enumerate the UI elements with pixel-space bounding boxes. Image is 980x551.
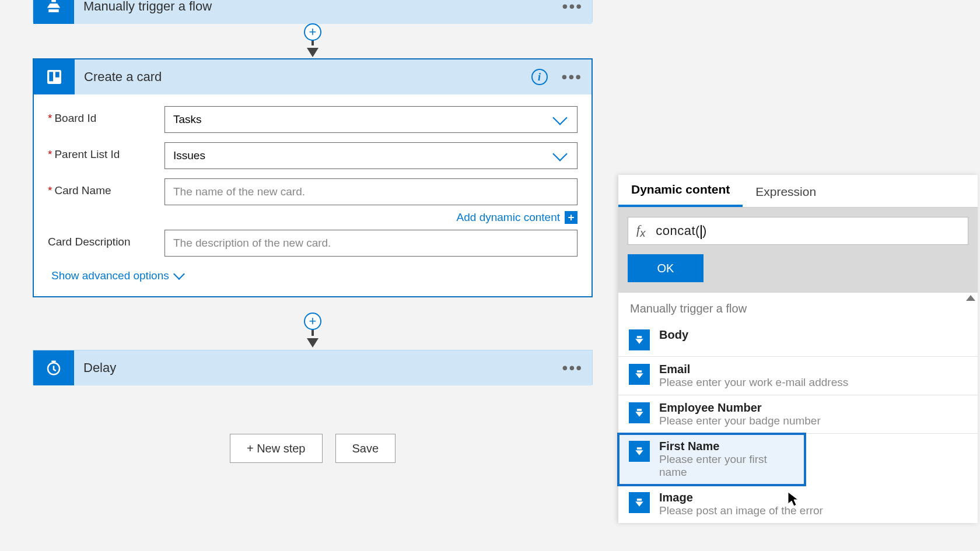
ok-button[interactable]: OK	[628, 254, 704, 282]
card-name-input[interactable]: The name of the new card.	[164, 178, 578, 205]
cursor-icon	[786, 491, 800, 508]
tab-dynamic-content[interactable]: Dynamic content	[618, 174, 743, 207]
delay-menu-button[interactable]: •••	[562, 359, 583, 377]
delay-title: Delay	[74, 360, 116, 375]
delay-step[interactable]: Delay •••	[33, 350, 593, 385]
trigger-card[interactable]: Manually trigger a flow •••	[33, 0, 593, 22]
input-icon	[629, 364, 650, 385]
connector-2: +	[33, 313, 593, 351]
card-desc-label: Card Description	[48, 230, 164, 248]
input-icon	[629, 329, 650, 350]
info-icon[interactable]: i	[531, 69, 548, 85]
dynamic-content-panel: Dynamic content Expression fx concat() O…	[618, 175, 978, 523]
parent-list-label: *Parent List Id	[48, 142, 164, 161]
input-icon	[629, 492, 650, 513]
board-id-select[interactable]: Tasks	[164, 106, 578, 133]
connector-1: +	[33, 23, 593, 57]
fx-icon: fx	[636, 222, 645, 240]
add-dynamic-content-link[interactable]: Add dynamic content +	[457, 211, 578, 224]
board-id-label: *Board Id	[48, 106, 164, 125]
parent-list-select[interactable]: Issues	[164, 142, 578, 169]
create-card-title: Create a card	[75, 69, 162, 85]
svg-rect-2	[55, 72, 60, 77]
input-icon	[629, 402, 650, 423]
trigger-icon	[33, 0, 74, 24]
add-step-between-2[interactable]: +	[304, 313, 321, 330]
input-icon	[629, 441, 650, 462]
dc-group-header: Manually trigger a flow	[618, 293, 978, 322]
dc-item-body[interactable]: Body	[618, 322, 978, 357]
dc-item-first-name[interactable]: First Name Please enter your first name	[618, 434, 805, 485]
scroll-up-icon[interactable]	[966, 295, 975, 301]
trello-icon	[34, 59, 75, 94]
add-step-between-1[interactable]: +	[304, 23, 321, 41]
dc-item-employee-number[interactable]: Employee Number Please enter your badge …	[618, 395, 978, 434]
chevron-down-icon	[552, 110, 567, 125]
chevron-down-icon	[173, 268, 185, 280]
card-name-label: *Card Name	[48, 178, 164, 197]
card-desc-input[interactable]: The description of the new card.	[164, 230, 578, 257]
dc-item-email[interactable]: Email Please enter your work e-mail addr…	[618, 357, 978, 395]
svg-rect-1	[49, 72, 53, 81]
create-card-menu-button[interactable]: •••	[562, 68, 582, 86]
trigger-menu-button[interactable]: •••	[562, 0, 583, 16]
expression-input[interactable]: fx concat()	[628, 217, 968, 245]
tab-expression[interactable]: Expression	[743, 177, 829, 207]
trigger-title: Manually trigger a flow	[74, 0, 212, 14]
delay-icon	[33, 350, 74, 385]
create-card-step[interactable]: Create a card i ••• *Board Id Tasks *Par…	[33, 58, 593, 297]
plus-icon: +	[565, 211, 578, 224]
show-advanced-options[interactable]: Show advanced options	[48, 266, 578, 290]
chevron-down-icon	[552, 146, 567, 161]
save-button[interactable]: Save	[335, 434, 396, 463]
new-step-button[interactable]: + New step	[230, 434, 323, 463]
